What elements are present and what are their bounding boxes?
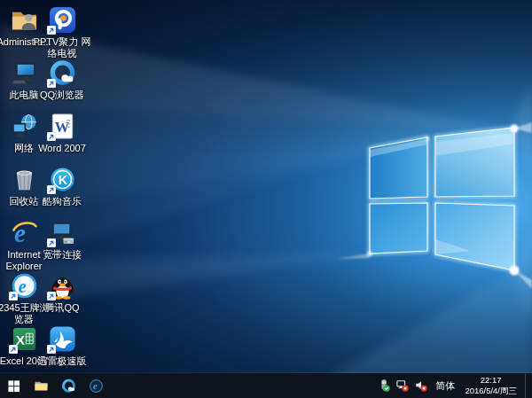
shortcut-arrow-icon — [47, 132, 56, 141]
label-line: 络电视 — [25, 48, 99, 59]
desktop-icon-qq-browser[interactable]: QQ浏览器 — [25, 59, 99, 101]
desktop-icon-label: 酷狗音乐 — [25, 196, 99, 207]
desktop-icon-thunder-speed[interactable]: 迅雷极速版 — [25, 325, 99, 367]
desktop-icon-label: PPTV聚力 网络电视 — [25, 36, 99, 59]
desktop-icon-label: QQ浏览器 — [25, 90, 99, 101]
ime-indicator[interactable]: 简体 — [434, 379, 457, 393]
desktop-icon-word-2007[interactable]: WWord 2007 — [25, 113, 99, 154]
start-button[interactable] — [0, 373, 27, 398]
label-line: Explorer — [0, 261, 61, 272]
desktop-icon-kugou-music[interactable]: K酷狗音乐 — [25, 166, 99, 207]
desktop-icon-label: 宽带连接 — [25, 249, 99, 261]
shortcut-arrow-icon — [47, 238, 56, 247]
kugou-icon: K — [49, 166, 76, 193]
taskbar-clock[interactable]: 22:17 2016/5/4/周三 — [463, 375, 519, 397]
desktop-icon-label: 迅雷极速版 — [25, 355, 99, 367]
desktop-icon-area: Administra...PPTV聚力 网络电视此电脑QQ浏览器网络WWord … — [0, 0, 532, 373]
thunder-icon — [49, 325, 76, 353]
folder-icon — [34, 378, 49, 394]
desktop-icon-tencent-qq[interactable]: 腾讯QQ — [25, 272, 99, 314]
desktop-icon-broadband-connection[interactable]: 宽带连接 — [25, 219, 99, 261]
svg-text:e: e — [93, 381, 98, 391]
taskbar: e 简体 22:17 2016/5/4/周三 — [0, 373, 532, 398]
label-line: 腾讯QQ — [25, 302, 99, 314]
system-tray: 简体 22:17 2016/5/4/周三 — [378, 373, 532, 398]
windows-desktop-screen: Administra...PPTV聚力 网络电视此电脑QQ浏览器网络WWord … — [0, 0, 532, 398]
taskbar-button-qq-browser[interactable] — [55, 373, 82, 398]
qq-browser-icon — [49, 59, 76, 87]
shortcut-arrow-icon — [47, 26, 56, 35]
tray-icon-group — [378, 379, 427, 392]
e-browser-icon: e — [89, 378, 104, 394]
safely-remove-hardware-tray-icon[interactable] — [378, 379, 390, 392]
taskbar-button-file-explorer[interactable] — [27, 373, 55, 398]
broadband-icon — [49, 219, 76, 246]
qq-browser-icon — [61, 378, 76, 394]
clock-time: 22:17 — [465, 375, 517, 386]
label-line: QQ浏览器 — [25, 90, 99, 101]
windows-start-icon — [7, 379, 20, 393]
volume-tray-icon[interactable] — [415, 379, 427, 392]
pptv-icon — [49, 6, 76, 34]
qq-penguin-icon — [49, 272, 76, 300]
shortcut-arrow-icon — [9, 292, 18, 300]
clock-date: 2016/5/4/周三 — [465, 386, 517, 396]
shortcut-arrow-icon — [47, 345, 56, 354]
label-line: 览器 — [0, 314, 61, 325]
shortcut-arrow-icon — [47, 292, 56, 300]
show-desktop-button[interactable] — [525, 373, 529, 398]
network-status-tray-icon[interactable] — [396, 379, 409, 392]
desktop-icon-pptv[interactable]: PPTV聚力 网络电视 — [25, 6, 99, 59]
desktop-icon-label: 腾讯QQ — [25, 302, 99, 314]
label-line: 宽带连接 — [25, 249, 99, 261]
shortcut-arrow-icon — [47, 185, 56, 194]
label-line: PPTV聚力 网 — [25, 36, 99, 48]
svg-text:K: K — [58, 173, 67, 187]
desktop-icon-label: Word 2007 — [25, 143, 99, 154]
taskbar-buttons: e — [0, 373, 110, 398]
label-line: 酷狗音乐 — [25, 196, 99, 207]
word-icon: W — [49, 113, 76, 140]
label-line: 迅雷极速版 — [25, 355, 99, 367]
shortcut-arrow-icon — [47, 79, 56, 88]
label-line: Word 2007 — [25, 143, 99, 154]
taskbar-button-2345-browser[interactable]: e — [82, 373, 110, 398]
shortcut-arrow-icon — [9, 345, 18, 354]
